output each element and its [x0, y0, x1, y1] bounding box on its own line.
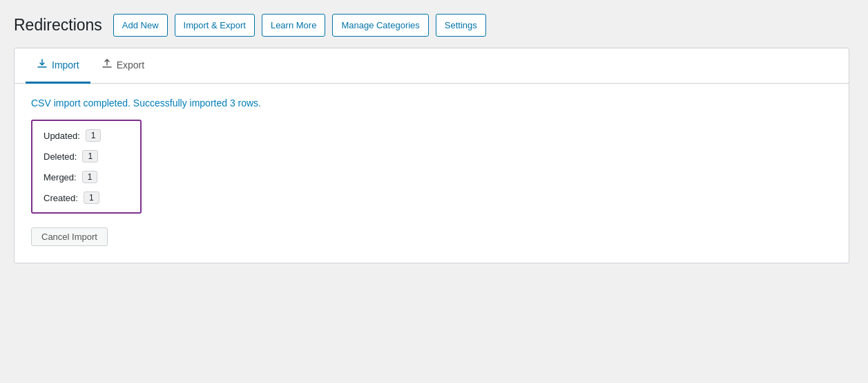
deleted-value: 1	[82, 150, 98, 162]
add-new-button[interactable]: Add New	[113, 14, 168, 37]
success-message: CSV import completed. Successfully impor…	[31, 97, 832, 109]
result-item-merged: Merged: 1	[44, 171, 129, 183]
export-icon	[102, 58, 113, 72]
deleted-label: Deleted:	[44, 151, 77, 162]
manage-categories-button[interactable]: Manage Categories	[332, 14, 428, 37]
tab-import-label: Import	[52, 59, 79, 71]
page-title: Redirections	[14, 16, 102, 35]
settings-button[interactable]: Settings	[436, 14, 486, 37]
merged-value: 1	[82, 171, 98, 183]
import-icon	[37, 58, 48, 72]
updated-label: Updated:	[44, 131, 80, 141]
created-label: Created:	[44, 193, 78, 203]
tabs-bar: Import Export	[15, 48, 849, 84]
updated-value: 1	[86, 129, 102, 142]
card-body: CSV import completed. Successfully impor…	[15, 84, 849, 263]
tab-export[interactable]: Export	[90, 48, 155, 84]
tab-import[interactable]: Import	[26, 48, 90, 84]
merged-label: Merged:	[44, 172, 77, 183]
main-card: Import Export CSV import completed. Succ…	[14, 48, 849, 263]
result-item-created: Created: 1	[44, 192, 129, 204]
learn-more-button[interactable]: Learn More	[262, 14, 325, 37]
import-export-button[interactable]: Import & Export	[175, 14, 255, 37]
result-item-deleted: Deleted: 1	[44, 150, 129, 162]
result-item-updated: Updated: 1	[44, 129, 129, 142]
created-value: 1	[84, 192, 99, 204]
cancel-import-button[interactable]: Cancel Import	[31, 227, 108, 246]
page-header: Redirections Add New Import & Export Lea…	[14, 14, 854, 37]
results-box: Updated: 1 Deleted: 1 Merged: 1 Created:…	[31, 120, 142, 214]
tab-export-label: Export	[117, 59, 144, 71]
